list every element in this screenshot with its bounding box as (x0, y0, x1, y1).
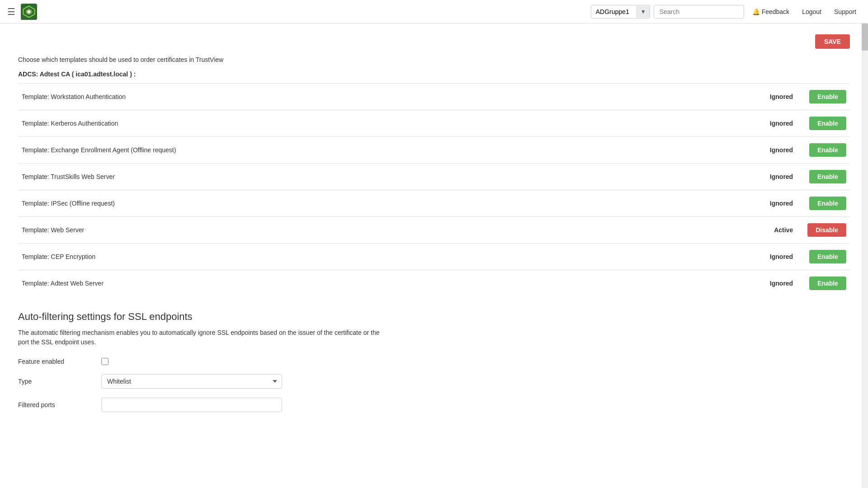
svg-point-3 (27, 10, 30, 13)
save-button[interactable]: SAVE (815, 34, 850, 49)
hamburger-menu-icon[interactable]: ☰ (7, 6, 15, 17)
logout-link[interactable]: Logout (797, 5, 826, 18)
action-cell: Enable (804, 137, 850, 164)
enable-button[interactable]: Enable (809, 90, 846, 103)
ca-section-title: ADCS: Adtest CA ( ica01.adtest.local ) : (18, 70, 850, 78)
feedback-link[interactable]: 🔔 Feedback (748, 5, 794, 18)
status-badge: Active (750, 217, 804, 244)
templates-table: Template: Workstation Authentication Ign… (18, 83, 850, 296)
table-row: Template: Workstation Authentication Ign… (18, 84, 850, 110)
enable-button[interactable]: Enable (809, 250, 846, 263)
top-action-bar: SAVE (18, 34, 850, 49)
autofilter-heading: Auto-filtering settings for SSL endpoint… (18, 311, 850, 323)
app-logo (21, 4, 37, 20)
enable-button[interactable]: Enable (809, 170, 846, 183)
feedback-icon: 🔔 (752, 8, 760, 15)
type-label: Type (18, 378, 90, 385)
feature-enabled-label: Feature enabled (18, 358, 90, 365)
scrollbar-thumb[interactable] (862, 23, 868, 51)
template-name: Template: Workstation Authentication (18, 84, 750, 110)
type-row: Type Whitelist (18, 374, 850, 389)
table-row: Template: TrustSkills Web Server Ignored… (18, 164, 850, 190)
template-name: Template: CEP Encryption (18, 244, 750, 270)
status-badge: Ignored (750, 110, 804, 137)
enable-button[interactable]: Enable (809, 277, 846, 290)
status-badge: Ignored (750, 137, 804, 164)
navbar-left: ☰ (7, 4, 37, 20)
table-row: Template: Adtest Web Server Ignored Enab… (18, 270, 850, 297)
filtered-ports-label: Filtered ports (18, 401, 90, 408)
template-name: Template: Adtest Web Server (18, 270, 750, 297)
page-description: Choose which templates should be used to… (18, 56, 850, 63)
action-cell: Enable (804, 244, 850, 270)
feature-enabled-row: Feature enabled (18, 358, 850, 365)
status-badge: Ignored (750, 164, 804, 190)
autofilter-description: The automatic filtering mechanism enable… (18, 328, 389, 347)
status-badge: Ignored (750, 84, 804, 110)
action-cell: Enable (804, 270, 850, 297)
template-name: Template: Kerberos Authentication (18, 110, 750, 137)
action-cell: Enable (804, 110, 850, 137)
filtered-ports-input[interactable] (101, 398, 282, 412)
status-badge: Ignored (750, 190, 804, 217)
search-input[interactable] (654, 5, 744, 19)
template-name: Template: TrustSkills Web Server (18, 164, 750, 190)
action-cell: Enable (804, 190, 850, 217)
navbar: ☰ ADGruppe1 ▼ 🔔 Feedback Logout Support (0, 0, 868, 23)
org-selector[interactable]: ADGruppe1 ▼ (591, 5, 650, 19)
table-row: Template: IPSec (Offline request) Ignore… (18, 190, 850, 217)
support-link[interactable]: Support (830, 5, 861, 18)
scrollbar-track (862, 23, 868, 488)
template-name: Template: Exchange Enrollment Agent (Off… (18, 137, 750, 164)
filtered-ports-row: Filtered ports (18, 398, 850, 412)
table-row: Template: Kerberos Authentication Ignore… (18, 110, 850, 137)
enable-button[interactable]: Enable (809, 117, 846, 130)
disable-button[interactable]: Disable (807, 223, 846, 237)
type-select[interactable]: Whitelist (101, 374, 282, 389)
status-badge: Ignored (750, 270, 804, 297)
type-select-wrapper: Whitelist (101, 374, 282, 389)
table-row: Template: Exchange Enrollment Agent (Off… (18, 137, 850, 164)
action-cell: Enable (804, 84, 850, 110)
action-cell: Disable (804, 217, 850, 244)
org-select-input[interactable]: ADGruppe1 (591, 5, 637, 18)
feature-enabled-checkbox[interactable] (101, 358, 108, 365)
navbar-right: ADGruppe1 ▼ 🔔 Feedback Logout Support (591, 5, 861, 19)
table-row: Template: Web Server Active Disable (18, 217, 850, 244)
action-cell: Enable (804, 164, 850, 190)
main-content: SAVE Choose which templates should be us… (0, 23, 868, 488)
enable-button[interactable]: Enable (809, 197, 846, 210)
feedback-label: Feedback (762, 8, 789, 15)
template-name: Template: IPSec (Offline request) (18, 190, 750, 217)
table-row: Template: CEP Encryption Ignored Enable (18, 244, 850, 270)
org-dropdown-arrow-icon: ▼ (637, 6, 650, 18)
status-badge: Ignored (750, 244, 804, 270)
template-name: Template: Web Server (18, 217, 750, 244)
enable-button[interactable]: Enable (809, 143, 846, 157)
